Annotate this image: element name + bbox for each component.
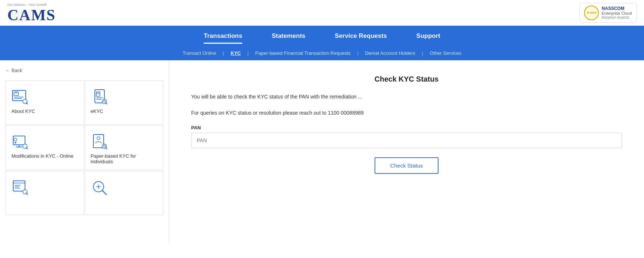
- nasscom-line1: Enterprise Cloud: [602, 11, 632, 15]
- sidebar-card-paper-kyc[interactable]: Paper-based KYC for individuals: [85, 125, 164, 170]
- check-status-button[interactable]: Check Status: [375, 157, 438, 174]
- paper-kyc-icon: [91, 133, 109, 150]
- back-button[interactable]: ← Back: [6, 68, 163, 73]
- svg-line-36: [102, 190, 107, 195]
- svg-point-9: [97, 92, 99, 94]
- pan-input[interactable]: [191, 133, 622, 148]
- sidebar-card-5[interactable]: .: [6, 171, 84, 215]
- about-kyc-label: About KYC: [11, 108, 35, 114]
- nasscom-text: NASSCOM Enterprise Cloud Adoption Awards: [602, 6, 632, 19]
- paper-kyc-label: Paper-based KYC for individuals: [91, 153, 158, 164]
- modifications-kyc-icon: [11, 133, 30, 150]
- nav-transactions[interactable]: Transactions: [204, 32, 242, 44]
- svg-rect-28: [13, 181, 25, 191]
- nav-sub-kyc[interactable]: KYC: [224, 50, 247, 56]
- svg-line-13: [105, 103, 107, 104]
- header: Our Mission... Your Growth CAMS ★ 2023 N…: [0, 0, 644, 26]
- nav-bar: Transactions Statements Service Requests…: [0, 26, 644, 60]
- main-panel: Check KYC Status You will be able to che…: [169, 60, 644, 244]
- nav-sub-transact-online[interactable]: Transact Online: [176, 50, 223, 56]
- logo: CAMS: [7, 7, 56, 23]
- svg-rect-1: [14, 92, 18, 96]
- card6-icon: [91, 179, 109, 195]
- sidebar-card-6[interactable]: .: [85, 171, 164, 215]
- pan-label: PAN: [191, 125, 622, 130]
- nav-sub: Transact Online | KYC | Paper-based Fina…: [0, 47, 644, 60]
- card5-label: .: [11, 199, 13, 204]
- svg-rect-15: [13, 136, 25, 145]
- card6-label: .: [91, 199, 92, 204]
- svg-point-18: [14, 138, 17, 141]
- svg-line-22: [26, 147, 28, 149]
- ekyc-icon: [91, 88, 109, 105]
- nav-statements[interactable]: Statements: [272, 32, 305, 44]
- ekyc-label: eKYC: [91, 108, 103, 114]
- nasscom-line2: Adoption Awards: [602, 15, 632, 19]
- sidebar-card-ekyc[interactable]: eKYC: [85, 80, 164, 125]
- panel-desc2: For queries on KYC status or resolution …: [191, 109, 622, 118]
- nav-sub-paper-based[interactable]: Paper-based Financial Transaction Reques…: [248, 50, 357, 56]
- logo-area: Our Mission... Your Growth CAMS: [7, 3, 56, 23]
- sidebar-grid: About KYC eKYC: [6, 80, 163, 215]
- panel-desc1: You will be able to check the KYC status…: [191, 93, 622, 101]
- svg-point-24: [97, 137, 100, 140]
- nav-support[interactable]: Support: [416, 32, 440, 44]
- svg-line-26: [105, 147, 107, 149]
- modifications-kyc-label: Modifications in KYC - Online: [11, 153, 74, 159]
- about-kyc-icon: [11, 88, 30, 105]
- content: ← Back About KYC: [0, 60, 644, 244]
- sidebar: ← Back About KYC: [0, 60, 169, 244]
- nav-sub-demat[interactable]: Demat Account Holders: [358, 50, 422, 56]
- logo-tagline: Our Mission... Your Growth: [7, 3, 56, 7]
- panel-title: Check KYC Status: [191, 75, 622, 83]
- nasscom-title: NASSCOM: [602, 6, 632, 11]
- nav-main: Transactions Statements Service Requests…: [0, 26, 644, 47]
- svg-line-6: [26, 103, 28, 104]
- nav-sub-other-services[interactable]: Other Services: [423, 50, 468, 56]
- nasscom-badge: ★ 2023 NASSCOM Enterprise Cloud Adoption…: [579, 3, 637, 23]
- nav-service-requests[interactable]: Service Requests: [335, 32, 387, 44]
- card5-icon: [11, 179, 30, 195]
- nasscom-circle: ★ 2023: [584, 6, 599, 20]
- svg-line-34: [26, 193, 28, 194]
- sidebar-card-about-kyc[interactable]: About KYC: [6, 80, 84, 125]
- sidebar-card-modifications-kyc[interactable]: Modifications in KYC - Online: [6, 125, 84, 170]
